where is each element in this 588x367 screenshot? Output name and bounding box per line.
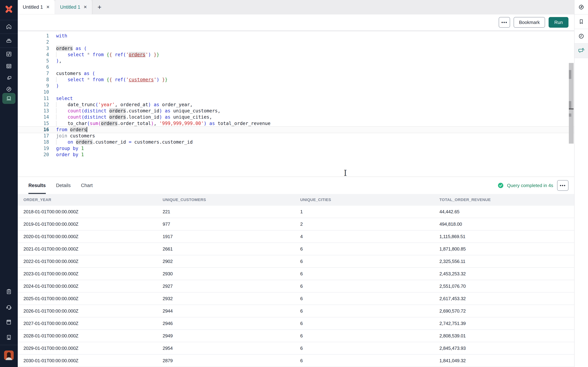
code-line[interactable]: 7customers as ( [18,70,574,77]
table-cell: 2930 [161,271,298,276]
table-cell: 2,690,570.72 [437,308,561,314]
tab-details[interactable]: Details [56,177,71,194]
rail-compass-button[interactable] [574,0,588,15]
projects-drawer-icon[interactable] [6,37,12,44]
code-line[interactable]: 1with [18,33,574,39]
code-line[interactable]: 3orders as ( [18,45,574,52]
table-cell: 4 [298,234,437,239]
compass-icon[interactable] [6,86,12,92]
hex-logo-icon[interactable] [4,5,14,14]
table-cell: 6 [298,333,437,339]
code-line[interactable]: 15 to_char(sum(orders.order_total), '999… [18,120,574,127]
rail-bookmark-button[interactable] [574,15,588,29]
column-header[interactable]: UNIQUE_CUSTOMERS [161,198,298,202]
code-text: with [56,33,67,39]
table-cell: 2027-01-01T00:00:00.000Z [21,321,161,326]
table-cell: 2661 [161,246,298,252]
bookmark-button[interactable]: Bookmark [514,17,545,28]
code-line[interactable]: 14 count(distinct orders.location_id) as… [18,114,574,120]
table-row[interactable]: 2023-01-01T00:00:00.000Z293062,453,253.3… [18,268,574,280]
table-cell: 1 [298,209,437,215]
table-cell: 2024-01-01T00:00:00.000Z [21,284,161,289]
editor-scrollbar[interactable] [569,63,574,144]
table-cell: 1,871,800.85 [437,246,561,252]
text-caret [87,127,87,132]
table-row[interactable]: 2029-01-01T00:00:00.000Z295462,845,473.9… [18,342,574,355]
support-headset-icon[interactable] [6,304,12,310]
table-cell: 2021-01-01T00:00:00.000Z [21,246,161,252]
table-cell: 6 [298,284,437,289]
code-line[interactable]: 8 select * from {{ ref('customers') }} [18,77,574,83]
tab-untitled-2[interactable]: Untitled 1 ✕ [55,0,92,14]
results-table-body: 2018-01-01T00:00:00.000Z221144,442.65201… [18,206,574,367]
code-line[interactable]: 18 on orders.customer_id = customers.cus… [18,139,574,145]
code-line[interactable]: 6 [18,64,574,70]
rail-ai-chat-button[interactable] [574,44,588,58]
sql-editor[interactable]: 1with23orders as (4 select * from {{ ref… [18,31,574,177]
table-cell: 2023-01-01T00:00:00.000Z [21,271,161,276]
main-area: Untitled 1 ✕ Untitled 1 ✕ + ••• Bookmark… [18,0,574,367]
user-avatar[interactable] [4,350,14,360]
line-number: 10 [18,89,49,95]
code-line[interactable]: 5), [18,58,574,64]
code-line[interactable]: 13 count(distinct orders.customer_id) as… [18,108,574,114]
run-button[interactable]: Run [549,17,569,28]
sidebar-divider [0,345,18,345]
apps-grid-icon[interactable] [6,51,12,58]
clipboard-icon[interactable] [6,288,12,295]
tab-untitled-1[interactable]: Untitled 1 ✕ [18,0,55,14]
table-cell: 1,115,869.51 [437,234,561,239]
table-row[interactable]: 2019-01-01T00:00:00.000Z9772494,818.00 [18,218,574,231]
close-icon[interactable]: ✕ [46,5,50,9]
docs-book-icon[interactable] [6,319,12,325]
table-row[interactable]: 2028-01-01T00:00:00.000Z294962,808,539.0… [18,330,574,342]
new-tab-button[interactable]: + [92,0,106,14]
line-number: 5 [18,58,49,64]
right-rail [574,0,588,367]
code-line[interactable]: 17join customers [18,133,574,139]
table-cell: 1,841,049.32 [437,358,561,363]
table-row[interactable]: 2030-01-01T00:00:00.000Z287961,841,049.3… [18,355,574,367]
table-row[interactable]: 2026-01-01T00:00:00.000Z294462,690,570.7… [18,305,574,317]
column-header[interactable]: TOTAL_ORDER_REVENUE [437,198,561,202]
code-line[interactable]: 2 [18,39,574,45]
line-number: 19 [18,145,49,152]
tab-chart[interactable]: Chart [81,177,93,194]
table-row[interactable]: 2020-01-01T00:00:00.000Z191741,115,869.5… [18,231,574,243]
code-text: select * from {{ ref('orders') }} [56,52,159,58]
column-header[interactable]: ORDER_YEAR [21,198,161,202]
code-line[interactable]: 20order by 1 [18,152,574,158]
close-icon[interactable]: ✕ [83,5,87,9]
code-line[interactable]: 10 [18,89,574,95]
table-cell: 44,442.65 [437,209,561,215]
results-more-button[interactable]: ••• [557,180,569,191]
table-row[interactable]: 2025-01-01T00:00:00.000Z293262,617,453.3… [18,292,574,305]
line-number: 13 [18,108,49,114]
table-row[interactable]: 2027-01-01T00:00:00.000Z294662,742,751.3… [18,317,574,330]
code-line[interactable]: 19group by 1 [18,145,574,152]
table-row[interactable]: 2022-01-01T00:00:00.000Z290262,325,556.1… [18,255,574,268]
more-options-button[interactable]: ••• [499,17,510,28]
table-cell: 2026-01-01T00:00:00.000Z [21,308,161,314]
code-line[interactable]: 11select [18,95,574,102]
home-icon[interactable] [6,23,12,30]
code-window-icon[interactable] [6,63,12,69]
code-line[interactable]: 4 select * from {{ ref('orders') }} [18,52,574,58]
column-header[interactable]: UNIQUE_CITIES [298,198,437,202]
code-text: customers as ( [56,70,95,77]
code-line[interactable]: 9) [18,83,574,89]
table-row[interactable]: 2021-01-01T00:00:00.000Z266161,871,800.8… [18,243,574,255]
code-line[interactable]: 16from orders [18,127,574,133]
table-row[interactable]: 2024-01-01T00:00:00.000Z292762,551,076.7… [18,280,574,292]
code-text: ), [56,58,62,64]
tab-label: Untitled 1 [60,4,80,10]
line-number: 4 [18,52,49,58]
org-building-icon[interactable] [6,334,12,341]
linked-windows-icon[interactable] [6,75,12,81]
sidebar-item-workspace-active[interactable] [2,93,16,104]
rail-history-button[interactable] [574,29,588,44]
table-row[interactable]: 2018-01-01T00:00:00.000Z221144,442.65 [18,206,574,218]
tab-results[interactable]: Results [28,177,46,194]
code-line[interactable]: 12 date_trunc('year', ordered_at) as ord… [18,102,574,108]
code-lines: 1with23orders as (4 select * from {{ ref… [18,33,574,158]
